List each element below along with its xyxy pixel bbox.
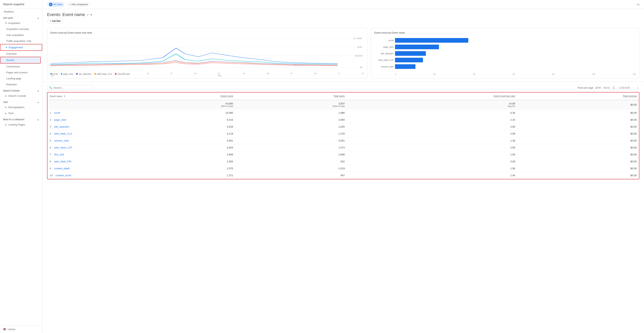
rows-per-page-select[interactable]: 10 25 50 [595,86,602,89]
title-dropdown-icon[interactable]: ▾ [91,13,92,16]
sidebar-reports-snapshot[interactable]: Reports snapshot [0,0,42,9]
sidebar-item-user-acquisition[interactable]: User acquisition [0,32,42,38]
sidebar-item-search-console[interactable]: ▸ Search Console [0,93,42,99]
user-chip-label: All Users [53,3,62,6]
sidebar-item-traffic-acquisition[interactable]: Traffic acquisition: City [0,38,42,44]
chevron-up-icon-user: ▲ [37,101,39,103]
sidebar-item-library[interactable]: 📚 Library [0,325,42,333]
table-row: 3 site_abandon 4,528 1,625 2.90 $0.00 [48,123,639,130]
event-name-link[interactable]: first_visit [54,153,64,156]
bar-chart-x-axis: 0 2K 4K 6K 8K 10K 12K [374,73,636,75]
sidebar-item-demographics[interactable]: ▸ Demographics [0,104,42,110]
sidebar-user-section[interactable]: User ▲ [0,99,42,104]
svg-text:1.5K: 1.5K [353,38,362,40]
event-name-link[interactable]: web_vitals_LCP [54,146,72,149]
sidebar-search-console-section[interactable]: Search Console ▲ [0,88,42,93]
bar-row-session-start: session_start [374,64,636,69]
sidebar-item-realtime[interactable]: Realtime [0,9,42,15]
event-name-link[interactable]: content_scroll [56,174,71,177]
bar-row-scroll: scroll [374,38,636,43]
pagination-controls: Rows per page: 10 25 50 Go to: 1-10 of 2… [578,86,639,90]
event-name-link[interactable]: web_vitals_FID [54,160,71,163]
event-name-link[interactable]: page_view [54,118,66,121]
add-filter-button[interactable]: + Add filter [47,19,63,23]
charts-row: Event count by Event name over time 1.5K… [42,25,644,82]
rows-per-page: Rows per page: 10 25 50 [578,86,602,89]
table-row: 4 web_vitals_CLS 4,118 1,378 2.99 $0.00 [48,130,639,137]
sidebar-item-landing-page[interactable]: Landing page [0,76,42,82]
col-total-users[interactable]: Total users [235,93,347,100]
plus-icon: + [69,3,70,6]
bar-row-page-view: page_view [374,45,636,49]
sidebar-item-tech[interactable]: ▸ Tech [0,110,42,116]
table-row: 9 content_dwell 1,570 1,019 1.56 $0.00 [48,165,639,172]
col-event-count[interactable]: ↓ Event count [113,93,235,100]
sidebar-item-events[interactable]: Events [0,57,41,64]
line-chart-x-axis: 17Apr 19 21 23 25 27 29 01May 03 05 07 0… [50,73,364,77]
totals-row: 43,880 100% of total 3,007 100% of total… [48,100,639,109]
plus-icon-filter: + [50,20,51,23]
sidebar-engagement-header[interactable]: ▾ Engagement [0,44,42,51]
svg-text:0: 0 [360,66,362,69]
table-row: 2 page_view 6,416 2,994 2.15 $0.00 [48,116,639,123]
sidebar-item-pages-screens[interactable]: Pages and screens [0,70,42,76]
col-event-count-per-user[interactable]: Event count per user [347,93,518,100]
sidebar-lifecycle-header[interactable]: Life cycle ▲ [0,15,42,20]
sort-icon: ↓ [219,95,220,98]
sidebar-acquisition-header[interactable]: ▾ Acquisition [0,20,42,26]
all-users-chip[interactable]: A All Users [47,2,64,7]
sidebar-item-retention[interactable]: Retention [0,82,42,88]
table-row: 7 first_visit 2,899 2,898 1.00 $0.00 [48,151,639,158]
sidebar: Reports snapshot Realtime Life cycle ▲ ▾… [0,0,42,333]
prev-page-button[interactable]: ‹ [632,86,635,90]
data-table-wrapper: Event name + ↓ Event count Total users E… [47,92,639,179]
table-row: 5 session_start 4,061 3,001 1.36 $0.00 [48,137,639,144]
search-icon: 🔍 [49,86,52,89]
page-range: 1-10 of 24 [619,87,630,89]
bar-chart-title: Event count by Event name [374,31,636,34]
table-row: 1 scroll 10,695 1,686 6.35 $0.00 [48,109,639,116]
sidebar-item-conversions[interactable]: Conversions [0,64,42,70]
goto-control: Go to: [604,86,617,90]
search-box[interactable]: 🔍 [47,85,93,91]
main-content: A All Users + Add comparison La Events: … [42,0,644,333]
line-chart: 1.5K 1K 500 0 17Apr 19 [50,37,364,71]
next-page-button[interactable]: › [636,86,639,90]
library-icon: 📚 [3,328,6,331]
table-row: 6 web_vitals_LCP 4,054 1,374 2.95 $0.00 [48,144,639,151]
user-avatar: A [49,3,52,6]
sidebar-item-landing-pages[interactable]: ▸ Landing Pages [0,122,42,128]
page-header: Events: Event name ✓ ▾ + Add filter [42,9,644,25]
col-total-revenue[interactable]: Total revenue [518,93,639,100]
sidebar-item-overview[interactable]: Overview [0,51,42,57]
event-name-link[interactable]: site_abandon [54,125,69,128]
bar-chart: scroll page_view site_abandon web_vitals… [374,37,636,72]
table-row: 10 content_scroll 1,371 947 1.45 $0.00 [48,172,639,179]
sidebar-collection-section[interactable]: Wow it's a collection! ▲ [0,116,42,122]
topbar-right-label: La [637,3,639,6]
bar-row-site-abandon: site_abandon [374,51,636,56]
line-chart-container: Event count by Event name over time 1.5K… [47,28,368,79]
goto-input[interactable] [611,86,617,90]
bar-row-web-vitals-cls: web_vitals_CLS [374,58,636,62]
page-nav: ‹ › [632,86,639,90]
col-event-name: Event name + [48,93,113,100]
page-title: Events: Event name ✓ ▾ [47,12,639,17]
event-name-link[interactable]: scroll [54,111,60,114]
table-header-row: Event name + ↓ Event count Total users E… [48,93,639,100]
event-name-link[interactable]: content_dwell [54,167,70,170]
event-name-link[interactable]: session_start [54,139,69,142]
event-name-link[interactable]: web_vitals_CLS [54,132,72,135]
verified-icon: ✓ [86,13,89,17]
add-column-button[interactable]: + [63,94,66,98]
search-input[interactable] [54,86,91,89]
chevron-up-icon-collection: ▲ [37,119,39,121]
table-row: 8 web_vitals_FID 1,956 632 3.09 $0.00 [48,158,639,165]
sidebar-item-acquisition-overview[interactable]: Acquisition overview [0,26,42,32]
svg-text:500: 500 [355,55,362,57]
add-comparison-button[interactable]: + Add comparison [67,2,91,7]
bar-chart-container: Event count by Event name scroll page_vi… [371,28,639,79]
data-table: Event name + ↓ Event count Total users E… [48,93,639,179]
table-controls: 🔍 Rows per page: 10 25 50 Go to: 1-10 of… [47,85,639,91]
table-section: 🔍 Rows per page: 10 25 50 Go to: 1-10 of… [42,82,644,182]
